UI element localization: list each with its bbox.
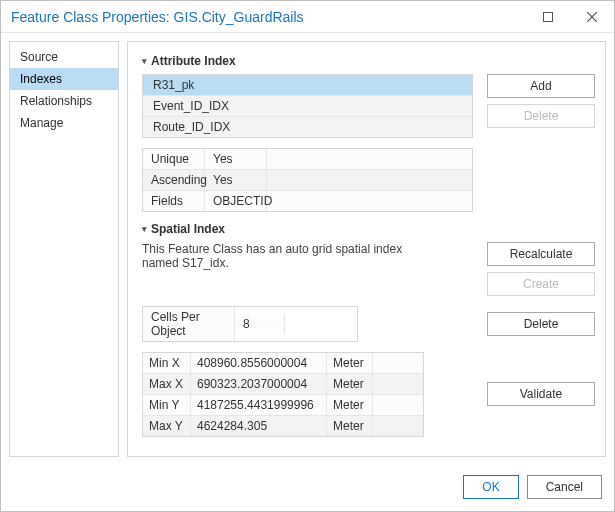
cells-per-object-value: 8 [235,314,285,334]
cells-per-object-label: Cells Per Object [143,307,235,341]
maxy-label: Max Y [143,416,191,436]
cells-per-object-row: Cells Per Object 8 [142,306,358,342]
sidebar-item-manage[interactable]: Manage [10,112,118,134]
fields-label: Fields [143,191,205,211]
attribute-index-header[interactable]: ▾ Attribute Index [142,54,595,68]
maxx-unit: Meter [327,374,373,394]
attribute-index-props: Unique Yes Ascending Yes Fields OBJECTID [142,148,473,212]
sidebar-item-indexes[interactable]: Indexes [10,68,118,90]
cancel-button[interactable]: Cancel [527,475,602,499]
delete-spatial-index-button[interactable]: Delete [487,312,595,336]
list-item[interactable]: Route_ID_IDX [143,117,472,137]
window-buttons [526,1,614,33]
maxx-value: 690323.2037000004 [191,374,327,394]
list-item[interactable]: R31_pk [143,75,472,96]
ascending-label: Ascending [143,170,205,190]
attribute-index-list[interactable]: R31_pk Event_ID_IDX Route_ID_IDX [142,74,473,138]
create-button: Create [487,272,595,296]
close-icon[interactable] [570,1,614,33]
maxy-value: 4624284.305 [191,416,327,436]
titlebar: Feature Class Properties: GIS.City_Guard… [1,1,614,33]
spatial-index-title: Spatial Index [151,222,225,236]
unique-value: Yes [205,149,267,169]
fields-value: OBJECTID [205,191,267,211]
dialog-footer: OK Cancel [1,465,614,511]
spatial-index-header[interactable]: ▾ Spatial Index [142,222,595,236]
sidebar: Source Indexes Relationships Manage [9,41,119,457]
maximize-icon[interactable] [526,1,570,33]
chevron-down-icon: ▾ [142,224,147,234]
miny-value: 4187255.4431999996 [191,395,327,415]
sidebar-item-source[interactable]: Source [10,46,118,68]
recalculate-button[interactable]: Recalculate [487,242,595,266]
miny-label: Min Y [143,395,191,415]
main-panel: ▾ Attribute Index R31_pk Event_ID_IDX Ro… [127,41,606,457]
add-button[interactable]: Add [487,74,595,98]
spatial-index-description: This Feature Class has an auto grid spat… [142,242,412,270]
minx-label: Min X [143,353,191,373]
svg-rect-0 [544,12,553,21]
minx-unit: Meter [327,353,373,373]
ascending-value: Yes [205,170,267,190]
sidebar-item-relationships[interactable]: Relationships [10,90,118,112]
validate-button[interactable]: Validate [487,382,595,406]
list-item[interactable]: Event_ID_IDX [143,96,472,117]
delete-attribute-index-button: Delete [487,104,595,128]
ok-button[interactable]: OK [463,475,518,499]
maxy-unit: Meter [327,416,373,436]
unique-label: Unique [143,149,205,169]
window-title: Feature Class Properties: GIS.City_Guard… [11,9,526,25]
attribute-index-title: Attribute Index [151,54,236,68]
minx-value: 408960.8556000004 [191,353,327,373]
chevron-down-icon: ▾ [142,56,147,66]
miny-unit: Meter [327,395,373,415]
maxx-label: Max X [143,374,191,394]
spatial-extent-grid: Min X 408960.8556000004 Meter Max X 6903… [142,352,424,437]
